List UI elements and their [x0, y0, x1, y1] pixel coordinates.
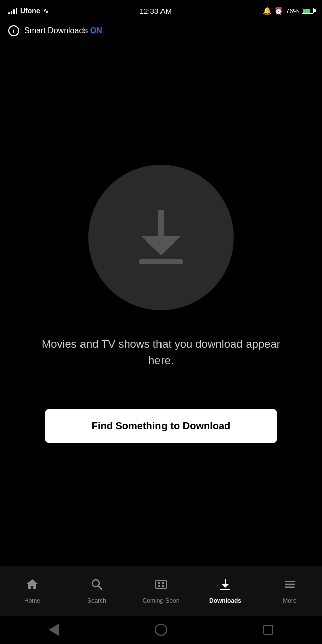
battery-icon: [302, 8, 314, 14]
download-svg-icon: [128, 205, 194, 270]
nav-label-home: Home: [24, 597, 40, 604]
time-display: 12:33 AM: [140, 7, 172, 15]
svg-rect-13: [285, 581, 295, 582]
nav-item-downloads[interactable]: Downloads: [193, 578, 258, 604]
nav-label-downloads: Downloads: [209, 597, 242, 604]
back-triangle-icon: [49, 624, 59, 636]
bottom-navigation: Home Search Coming Soon: [0, 566, 322, 616]
status-right: 🔔 ⏰ 76%: [263, 7, 314, 15]
download-circle-icon: [88, 165, 234, 310]
home-circle-icon: [155, 624, 167, 636]
downloads-icon: [219, 578, 232, 594]
smart-downloads-bar[interactable]: i Smart Downloads ON: [0, 20, 322, 41]
search-icon: [90, 578, 103, 594]
main-content: Movies and TV shows that you download ap…: [0, 41, 322, 566]
nav-label-coming-soon: Coming Soon: [143, 597, 180, 604]
svg-rect-15: [285, 587, 295, 588]
recents-button[interactable]: [261, 623, 275, 637]
back-button[interactable]: [47, 623, 61, 637]
wifi-icon: ∿: [43, 7, 49, 15]
alarm-icon: 🔔: [263, 7, 271, 15]
svg-rect-7: [162, 582, 164, 584]
svg-rect-8: [158, 585, 160, 587]
nav-item-home[interactable]: Home: [0, 578, 64, 604]
svg-line-4: [99, 586, 102, 590]
nav-item-coming-soon[interactable]: Coming Soon: [129, 578, 193, 604]
find-something-button[interactable]: Find Something to Download: [45, 409, 277, 443]
clock-icon: ⏰: [274, 7, 283, 15]
android-nav-bar: [0, 616, 322, 644]
smart-downloads-status: ON: [90, 26, 102, 35]
svg-rect-14: [285, 584, 295, 585]
nav-item-search[interactable]: Search: [64, 578, 129, 604]
more-icon: [283, 578, 296, 594]
recents-square-icon: [263, 625, 273, 635]
status-bar: Ufone ∿ 12:33 AM 🔔 ⏰ 76%: [0, 0, 322, 20]
battery-percent: 76%: [286, 7, 299, 15]
coming-soon-icon: [154, 578, 168, 594]
svg-marker-11: [221, 584, 229, 588]
svg-rect-2: [139, 259, 183, 264]
nav-label-more: More: [283, 597, 296, 604]
status-left: Ufone ∿: [8, 7, 49, 15]
nav-item-more[interactable]: More: [258, 578, 322, 604]
smart-downloads-label: Smart Downloads ON: [24, 26, 102, 35]
svg-rect-6: [158, 582, 160, 584]
signal-icon: [8, 7, 17, 14]
svg-rect-9: [162, 585, 164, 587]
info-icon: i: [8, 25, 19, 36]
description-text: Movies and TV shows that you download ap…: [40, 336, 282, 369]
svg-rect-5: [156, 580, 166, 589]
carrier-label: Ufone: [20, 7, 40, 15]
home-button[interactable]: [154, 623, 168, 637]
svg-marker-1: [141, 236, 181, 255]
home-icon: [26, 578, 39, 594]
svg-rect-12: [220, 589, 230, 590]
nav-label-search: Search: [87, 597, 106, 604]
